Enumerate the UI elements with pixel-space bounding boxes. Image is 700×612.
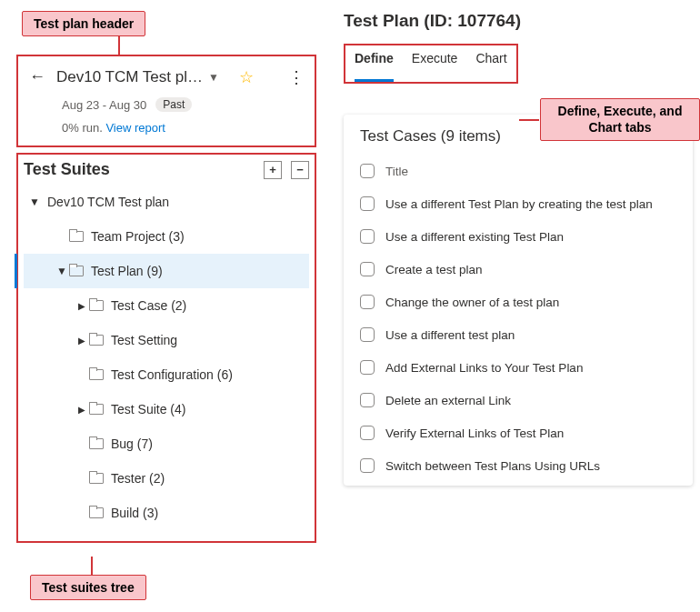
tree-item[interactable]: ▶Test Setting xyxy=(24,323,309,357)
test-case-row[interactable]: Switch between Test Plans Using URLs xyxy=(360,449,691,482)
tree-item[interactable]: ▶Test Suite (4) xyxy=(24,392,309,426)
case-title: Create a test plan xyxy=(385,263,483,276)
tree-item[interactable]: Test Configuration (6) xyxy=(24,357,309,392)
test-plan-header-region: ← Dev10 TCM Test pl… ▼ ☆ ⋮ Aug 23 - Aug … xyxy=(16,55,316,147)
tree-item-label: Test Case (2) xyxy=(111,298,305,313)
tree-item-label: Test Configuration (6) xyxy=(111,367,305,382)
plan-name-text: Dev10 TCM Test pl… xyxy=(56,68,203,86)
test-cases-card: Test Cases (9 items) Title Use a differe… xyxy=(344,115,693,486)
tree-item[interactable]: Build (3) xyxy=(24,496,309,530)
callout-tabs: Define, Execute, and Chart tabs xyxy=(540,98,700,141)
selection-indicator xyxy=(15,254,17,288)
tree-item[interactable]: Bug (7) xyxy=(24,426,309,461)
callout-suites-tree: Test suites tree xyxy=(30,575,146,600)
test-case-row[interactable]: Add External Links to Your Test Plan xyxy=(360,351,691,384)
test-case-row[interactable]: Use a different existing Test Plan xyxy=(360,220,691,253)
view-report-link[interactable]: View report xyxy=(105,121,165,135)
case-title: Use a different existing Test Plan xyxy=(385,230,564,244)
tabs-region: DefineExecuteChart xyxy=(344,44,518,84)
folder-icon xyxy=(69,231,84,242)
test-case-row[interactable]: Create a test plan xyxy=(360,253,691,286)
chevron-down-icon: ▼ xyxy=(55,265,69,277)
chevron-right-icon: ▶ xyxy=(75,405,89,415)
callout-tabs-connector xyxy=(519,119,539,121)
case-checkbox[interactable] xyxy=(360,426,375,440)
favorite-star-icon[interactable]: ☆ xyxy=(239,67,254,87)
spacer xyxy=(75,368,89,381)
test-suites-region: Test Suites + − ▼ Dev10 TCM Test plan Te… xyxy=(16,153,316,543)
folder-icon xyxy=(89,507,104,518)
tree-item[interactable]: Team Project (3) xyxy=(24,219,309,254)
suites-tree: ▼ Dev10 TCM Test plan Team Project (3)▼T… xyxy=(24,185,309,530)
tab-define[interactable]: Define xyxy=(355,51,394,82)
tree-item-label: Test Suite (4) xyxy=(111,402,305,416)
case-title: Use a different test plan xyxy=(385,328,515,342)
more-options-icon[interactable]: ⋮ xyxy=(283,67,309,87)
tab-execute[interactable]: Execute xyxy=(412,51,458,82)
callout-plan-header-connector xyxy=(118,36,120,55)
plan-date-range: Aug 23 - Aug 30 xyxy=(62,98,146,112)
folder-icon xyxy=(69,266,84,276)
case-title: Use a different Test Plan by creating th… xyxy=(385,197,653,211)
test-suites-title: Test Suites xyxy=(24,160,255,179)
case-title: Add External Links to Your Test Plan xyxy=(385,361,583,375)
test-case-row[interactable]: Use a different Test Plan by creating th… xyxy=(360,187,691,220)
test-case-row[interactable]: Verify External Links of Test Plan xyxy=(360,416,691,449)
test-cases-header-row: Title xyxy=(360,155,691,187)
chevron-down-icon: ▼ xyxy=(208,71,219,84)
tab-chart[interactable]: Chart xyxy=(475,51,506,82)
spacer xyxy=(75,507,89,519)
case-title: Change the owner of a test plan xyxy=(385,296,559,309)
chevron-down-icon: ▼ xyxy=(27,196,42,208)
case-title: Verify External Links of Test Plan xyxy=(385,426,564,440)
case-checkbox[interactable] xyxy=(360,262,375,276)
case-checkbox[interactable] xyxy=(360,360,375,375)
tree-item-label: Team Project (3) xyxy=(91,229,305,244)
folder-icon xyxy=(89,438,104,449)
tree-item[interactable]: ▼Test Plan (9) xyxy=(24,254,309,288)
case-checkbox[interactable] xyxy=(360,458,375,473)
tree-item-label: Test Plan (9) xyxy=(91,264,305,278)
case-title: Delete an external Link xyxy=(385,394,511,407)
past-status-badge: Past xyxy=(155,97,192,112)
case-checkbox[interactable] xyxy=(360,327,375,342)
plan-run-status: 0% run. xyxy=(62,121,103,135)
callout-suites-tree-connector xyxy=(91,557,93,575)
callout-plan-header: Test plan header xyxy=(22,11,145,36)
back-arrow-icon[interactable]: ← xyxy=(25,64,49,90)
chevron-right-icon: ▶ xyxy=(75,301,89,311)
tree-root-label: Dev10 TCM Test plan xyxy=(47,195,305,209)
chevron-right-icon: ▶ xyxy=(75,336,89,346)
case-checkbox[interactable] xyxy=(360,196,375,211)
folder-icon xyxy=(89,300,104,311)
page-title: Test Plan (ID: 107764) xyxy=(344,11,693,31)
test-case-row[interactable]: Delete an external Link xyxy=(360,384,691,416)
tree-item[interactable]: Tester (2) xyxy=(24,461,309,496)
folder-icon xyxy=(89,473,104,484)
case-checkbox[interactable] xyxy=(360,295,375,309)
folder-icon xyxy=(89,404,104,415)
plan-name-dropdown[interactable]: Dev10 TCM Test pl… ▼ xyxy=(56,66,219,88)
select-all-checkbox[interactable] xyxy=(360,164,375,178)
tree-root[interactable]: ▼ Dev10 TCM Test plan xyxy=(24,185,309,219)
spacer xyxy=(55,230,69,243)
tree-item-label: Build (3) xyxy=(111,506,305,520)
case-title: Switch between Test Plans Using URLs xyxy=(385,459,600,473)
folder-icon xyxy=(89,369,104,380)
tree-item-label: Bug (7) xyxy=(111,436,305,451)
tree-item[interactable]: ▶Test Case (2) xyxy=(24,288,309,323)
tree-item-label: Tester (2) xyxy=(111,471,305,486)
column-title-header: Title xyxy=(385,165,408,178)
case-checkbox[interactable] xyxy=(360,393,375,407)
spacer xyxy=(75,472,89,485)
case-checkbox[interactable] xyxy=(360,229,375,244)
folder-icon xyxy=(89,335,104,346)
spacer xyxy=(75,437,89,450)
test-case-row[interactable]: Use a different test plan xyxy=(360,318,691,351)
collapse-suite-button[interactable]: − xyxy=(291,161,309,179)
test-case-row[interactable]: Change the owner of a test plan xyxy=(360,286,691,318)
add-suite-button[interactable]: + xyxy=(264,161,282,179)
tree-item-label: Test Setting xyxy=(111,333,305,347)
